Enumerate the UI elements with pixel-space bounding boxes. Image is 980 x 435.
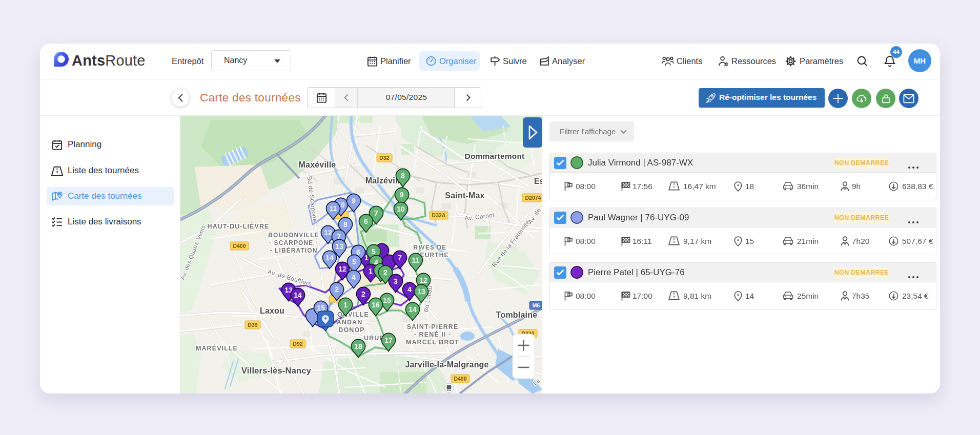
svg-text:14: 14 xyxy=(294,291,302,299)
svg-text:10: 10 xyxy=(397,205,405,213)
svg-text:8: 8 xyxy=(343,220,348,229)
svg-text:3: 3 xyxy=(394,277,398,285)
svg-text:4: 4 xyxy=(352,273,356,281)
svg-text:ANDAN: ANDAN xyxy=(337,319,363,326)
svg-text:D2074: D2074 xyxy=(525,195,541,201)
svg-text:2: 2 xyxy=(361,290,365,298)
svg-text:D400: D400 xyxy=(454,376,466,382)
svg-text:D32: D32 xyxy=(379,155,389,161)
svg-text:17: 17 xyxy=(384,336,393,344)
svg-text:6: 6 xyxy=(364,217,368,225)
svg-text:MARCEL BROT: MARCEL BROT xyxy=(406,339,459,346)
svg-text:D92: D92 xyxy=(293,341,302,347)
svg-text:14: 14 xyxy=(409,305,417,314)
svg-text:Jarville-la-Malgrange: Jarville-la-Malgrange xyxy=(405,360,488,369)
svg-text:9: 9 xyxy=(352,197,356,205)
svg-text:DONOP: DONOP xyxy=(338,326,364,334)
svg-text:12: 12 xyxy=(419,276,427,284)
svg-text:8: 8 xyxy=(401,172,405,180)
svg-text:Laxou: Laxou xyxy=(260,306,284,315)
svg-text:- RENÉ II -: - RENÉ II - xyxy=(414,330,452,338)
svg-text:9: 9 xyxy=(400,191,404,199)
svg-text:13: 13 xyxy=(335,242,343,251)
svg-text:14: 14 xyxy=(325,254,334,262)
svg-text:M6: M6 xyxy=(533,302,540,308)
svg-text:RIVES DE: RIVES DE xyxy=(414,244,447,251)
svg-text:D400: D400 xyxy=(233,243,246,249)
svg-text:Tomblaine: Tomblaine xyxy=(496,310,538,319)
svg-text:4: 4 xyxy=(407,285,412,294)
svg-text:1: 1 xyxy=(369,267,373,275)
svg-text:5: 5 xyxy=(352,258,356,266)
svg-text:- SCARPONE -: - SCARPONE - xyxy=(269,239,318,246)
svg-text:7: 7 xyxy=(398,254,402,262)
svg-text:16: 16 xyxy=(372,301,380,309)
svg-text:7: 7 xyxy=(374,209,378,217)
svg-text:12: 12 xyxy=(338,265,346,273)
svg-text:Dommartemont: Dommartemont xyxy=(465,152,525,160)
svg-text:11: 11 xyxy=(330,204,337,213)
svg-text:Maxéville: Maxéville xyxy=(299,160,336,169)
svg-text:BOUDONVILLE: BOUDONVILLE xyxy=(268,232,319,239)
svg-text:HAUT-DU-LIÈVRE: HAUT-DU-LIÈVRE xyxy=(208,222,270,230)
svg-text:13: 13 xyxy=(417,287,425,296)
svg-text:SAINT-PIERRE: SAINT-PIERRE xyxy=(407,323,459,330)
svg-text:15: 15 xyxy=(383,296,391,304)
svg-text:Saint-Max: Saint-Max xyxy=(445,191,484,200)
svg-text:Es: Es xyxy=(534,177,542,185)
svg-text:2: 2 xyxy=(383,268,387,277)
svg-text:D32A: D32A xyxy=(432,212,446,218)
svg-text:18: 18 xyxy=(354,342,362,350)
svg-text:D39: D39 xyxy=(248,322,257,328)
svg-text:1: 1 xyxy=(343,301,348,309)
svg-text:12: 12 xyxy=(324,229,332,237)
svg-text:11: 11 xyxy=(412,256,420,264)
svg-text:5: 5 xyxy=(372,247,376,256)
svg-text:- LIBÉRATION: - LIBÉRATION xyxy=(270,246,318,254)
svg-text:Villers-lès-Nancy: Villers-lès-Nancy xyxy=(241,366,312,375)
svg-text:2: 2 xyxy=(335,285,339,294)
svg-text:MARÉVILLE: MARÉVILLE xyxy=(196,344,238,352)
